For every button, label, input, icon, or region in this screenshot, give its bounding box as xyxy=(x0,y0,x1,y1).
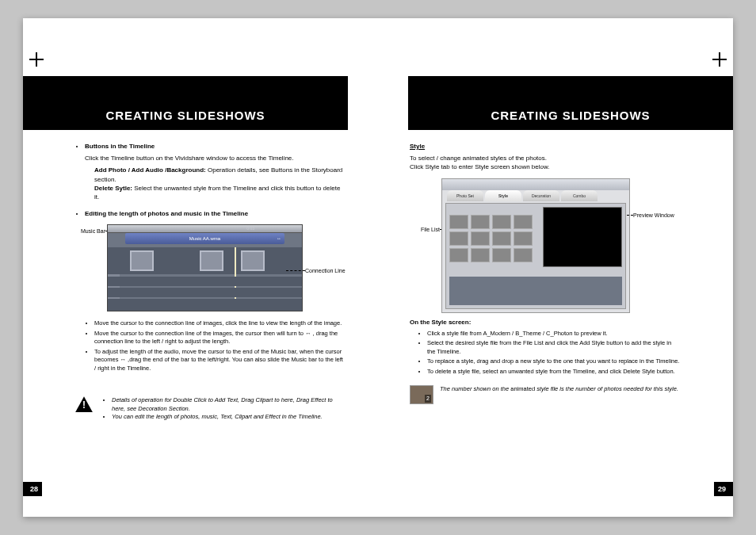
page-number: 29 xyxy=(714,482,733,496)
figure-label: Connection Line xyxy=(305,267,346,275)
warning-icon xyxy=(75,396,93,412)
body-text: Add Photo / Add Audio /Background: Opera… xyxy=(85,166,346,183)
style-thumb-icon xyxy=(410,385,433,404)
note-block: Details of operation for Double Click to… xyxy=(75,396,346,422)
note-list: Details of operation for Double Click to… xyxy=(101,396,346,422)
style-thumb xyxy=(514,248,533,262)
page-title: CREATING SLIDESHOWS xyxy=(408,76,733,130)
body-text: To select / change animated styles of th… xyxy=(410,154,681,162)
body-text: Delete Sytle: Select the unwanted style … xyxy=(85,184,346,201)
style-thumb xyxy=(471,248,490,262)
bullet-list: Click a style file from A_Modern / B_The… xyxy=(410,330,681,376)
tab-photoset: Photo Set xyxy=(447,190,483,201)
list-item: Details of operation for Double Click to… xyxy=(112,396,346,413)
page-number: 28 xyxy=(23,482,42,496)
page-title: CREATING SLIDESHOWS xyxy=(23,76,348,130)
style-thumb xyxy=(471,231,490,246)
figure-label: Preview Window xyxy=(633,212,681,220)
timeline-strip xyxy=(449,277,622,305)
tab-bar: Photo Set Style Decoration Combo xyxy=(447,190,624,201)
timeline-frame xyxy=(241,250,265,271)
section-heading: Buttons in the Timeline xyxy=(85,143,155,150)
style-thumb xyxy=(449,215,468,229)
figure-label: File List xyxy=(410,226,440,234)
page-right: CREATING SLIDESHOWS Style To select / ch… xyxy=(378,18,733,517)
timeline-screenshot: 0:03 Music AA.wma↔ 0:07 0:10 xyxy=(107,224,303,311)
list-item: Move the cursor to the connection line o… xyxy=(94,330,346,346)
style-thumb xyxy=(514,215,533,229)
timeline-ruler xyxy=(108,225,302,233)
list-item: Move the cursor to the connection line o… xyxy=(94,319,346,328)
thumb-note: The number shown on the animated style f… xyxy=(410,385,681,404)
file-list-grid xyxy=(449,215,543,262)
note-text: The number shown on the animated style f… xyxy=(440,385,678,394)
list-item: You can edit the length of photos, music… xyxy=(112,413,346,422)
style-thumb xyxy=(492,215,511,229)
section-heading: Editing the length of photos and music i… xyxy=(85,210,248,217)
tab-combo: Combo xyxy=(561,190,598,201)
figure-label: Music Bar xyxy=(75,227,105,235)
body-text: Click Style tab to enter Style screen sh… xyxy=(410,162,681,171)
page-left: CREATING SLIDESHOWS Buttons in the Timel… xyxy=(23,18,378,517)
style-thumb xyxy=(449,231,468,246)
style-thumb xyxy=(492,248,511,262)
crop-mark-icon xyxy=(712,52,727,67)
list-item: To replace a style, drag and drop a new … xyxy=(427,357,681,366)
style-thumb xyxy=(492,231,511,246)
timeline-frame xyxy=(130,250,154,271)
style-screenshot: Photo Set Style Decoration Combo xyxy=(441,178,630,313)
style-thumb xyxy=(449,248,468,262)
style-thumb xyxy=(471,215,490,229)
music-bar: Music AA.wma↔ xyxy=(125,233,284,244)
photo-track xyxy=(108,247,302,274)
preview-window xyxy=(543,207,622,267)
app-titlebar xyxy=(442,179,629,190)
page-content: Buttons in the Timeline Click the Timeli… xyxy=(75,142,346,422)
page-content: Style To select / change animated styles… xyxy=(410,142,681,404)
crop-mark-icon xyxy=(29,52,44,67)
style-figure: File List Photo Set Style Decoration Com… xyxy=(410,178,681,313)
list-item: Click a style file from A_Modern / B_The… xyxy=(427,330,681,338)
list-item: Select the desired style file from the F… xyxy=(427,339,681,356)
timeline-frame xyxy=(200,250,223,271)
section-heading: Style xyxy=(410,143,425,150)
subsection-heading: On the Style screen: xyxy=(410,318,681,327)
timeline-figure: Music Bar 0:03 Music AA.wma↔ 0:07 0:10 xyxy=(75,224,346,311)
leader-line xyxy=(627,215,633,216)
tab-decoration: Decoration xyxy=(523,190,559,201)
tab-style: Style xyxy=(485,190,521,201)
bullet-list: Move the cursor to the connection line o… xyxy=(85,319,346,373)
body-text: Click the Timeline button on the Vividsh… xyxy=(85,154,346,162)
leader-line xyxy=(286,270,305,271)
style-thumb xyxy=(514,231,533,246)
manual-spread: CREATING SLIDESHOWS Buttons in the Timel… xyxy=(23,18,733,517)
list-item: To adjust the length of the audio, move … xyxy=(94,348,346,373)
list-item: To delete a style file, select an unwant… xyxy=(427,368,681,376)
